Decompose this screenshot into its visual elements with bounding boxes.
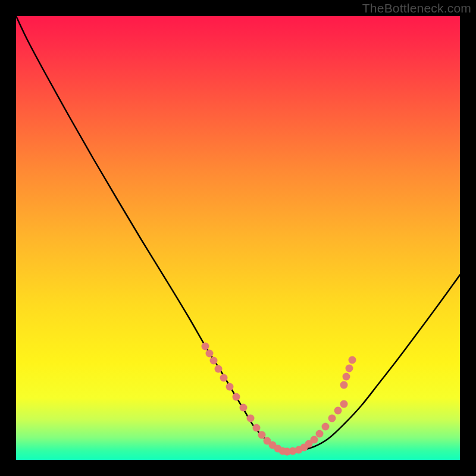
data-dot [253, 424, 261, 432]
data-dot [210, 357, 218, 365]
data-dot [240, 404, 248, 412]
data-dot [247, 415, 255, 422]
data-dot [346, 365, 353, 372]
data-dot [220, 374, 228, 382]
data-dot [311, 436, 318, 444]
curve-overlay [16, 16, 460, 460]
data-dot [349, 356, 356, 364]
data-dot [206, 350, 214, 358]
plot-area [16, 16, 460, 460]
data-dot [233, 393, 240, 401]
data-dot [215, 365, 223, 373]
curve-left-branch [16, 16, 285, 452]
data-dot [343, 373, 350, 381]
data-dot [328, 415, 336, 422]
data-dot [340, 381, 348, 389]
data-dot [322, 423, 330, 431]
curve-right-branch [285, 275, 460, 452]
data-dot [202, 343, 209, 350]
watermark-text: TheBottleneck.com [362, 1, 471, 15]
data-dot [226, 383, 234, 391]
data-dot [258, 431, 266, 439]
data-dot [316, 430, 324, 438]
data-dot [340, 400, 348, 408]
data-dot [334, 407, 342, 415]
